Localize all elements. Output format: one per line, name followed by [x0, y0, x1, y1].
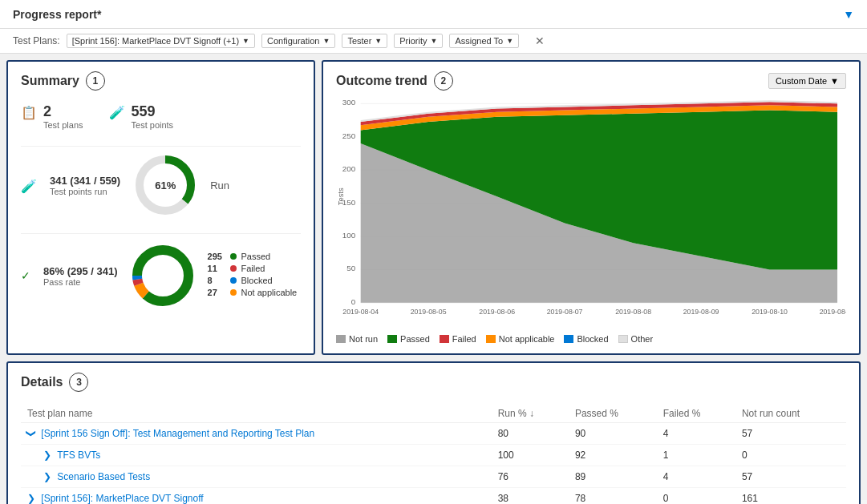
row-2-passed: 89 — [569, 466, 657, 488]
svg-text:2019-08-09: 2019-08-09 — [683, 308, 719, 317]
run-donut-chart: 61% — [133, 153, 197, 217]
not-run-swatch — [336, 335, 346, 343]
not-applicable-swatch — [486, 335, 496, 343]
row-1-name: ❯ TFS BVTs — [21, 445, 492, 466]
blocked-dot — [230, 277, 237, 284]
pass-rate-block: 86% (295 / 341) Pass rate — [43, 265, 118, 287]
row-3-passed: 78 — [569, 488, 657, 505]
details-title: Details — [21, 375, 63, 389]
details-number: 3 — [69, 373, 88, 392]
outcome-trend-panel: Outcome trend 2 Custom Date ▼ 300 250 20… — [322, 60, 861, 355]
test-points-icon: 🧪 — [109, 105, 125, 120]
passed-dot — [230, 253, 237, 260]
col-run-pct: Run % ↓ — [492, 405, 569, 423]
pass-rate-donut — [131, 244, 195, 308]
details-panel: Details 3 Test plan name Run % ↓ Passed … — [6, 361, 861, 504]
row-2-failed: 4 — [657, 466, 735, 488]
filter-icon[interactable]: ▼ — [843, 8, 854, 21]
row-0-run: 80 — [492, 423, 569, 445]
trend-number: 2 — [434, 71, 453, 91]
filter-priority[interactable]: Priority ▼ — [394, 34, 443, 48]
expand-icon[interactable]: ❯ — [27, 493, 35, 504]
table-row: ❯ TFS BVTs 100 92 1 0 — [21, 445, 846, 466]
row-3-name: ❯ [Sprint 156]: MarketPlace DVT Signoff — [21, 488, 492, 505]
chevron-down-icon: ▼ — [506, 37, 513, 45]
chevron-down-icon: ▼ — [322, 37, 330, 45]
filter-tester[interactable]: Tester ▼ — [342, 34, 387, 48]
run-label: 341 (341 / 559) Test points run — [50, 175, 120, 196]
run-icon: 🧪 — [21, 179, 37, 194]
svg-text:300: 300 — [342, 99, 355, 107]
summary-run-section: 🧪 341 (341 / 559) Test points run 61% Ru… — [21, 146, 301, 217]
filter-assigned-to[interactable]: Assigned To ▼ — [449, 34, 519, 48]
legend-blocked: 8 Blocked — [208, 276, 298, 285]
chevron-down-icon: ▼ — [242, 37, 249, 45]
run-percent-label: 61% — [155, 179, 176, 192]
pass-rate-label: Pass rate — [43, 277, 118, 287]
svg-text:100: 100 — [342, 231, 355, 240]
svg-text:2019-08-08: 2019-08-08 — [615, 308, 651, 317]
table-row: ❯ Scenario Based Tests 76 89 4 57 — [21, 466, 846, 488]
passed-swatch — [387, 335, 397, 343]
test-points-metric: 🧪 559 Test points — [109, 103, 174, 130]
run-value: 341 (341 / 559) — [50, 175, 120, 187]
test-points-count: 559 — [132, 103, 174, 120]
row-1-passed: 92 — [569, 445, 657, 466]
col-not-run-count: Not run count — [735, 405, 846, 423]
row-0-name: ❯ [Sprint 156 Sign Off]: Test Management… — [21, 423, 492, 445]
legend-failed: 11 Failed — [208, 264, 298, 273]
details-header: Details 3 — [21, 373, 846, 392]
svg-text:2019-08-04: 2019-08-04 — [342, 308, 379, 317]
svg-text:2019-08-05: 2019-08-05 — [411, 308, 447, 317]
trend-header: Outcome trend 2 Custom Date ▼ — [336, 71, 846, 91]
details-table: Test plan name Run % ↓ Passed % Failed %… — [21, 405, 846, 504]
custom-date-button[interactable]: Custom Date ▼ — [768, 73, 846, 89]
test-plans-metric: 📋 2 Test plans — [21, 103, 83, 130]
trend-title-group: Outcome trend 2 — [336, 71, 453, 91]
trend-title: Outcome trend — [336, 74, 427, 88]
filter-bar-label: Test Plans: — [13, 35, 60, 46]
expand-icon[interactable]: ❯ — [43, 471, 51, 482]
test-points-label: Test points — [132, 120, 174, 130]
expand-icon[interactable]: ❯ — [26, 429, 37, 437]
run-text: Run — [210, 179, 229, 192]
expand-icon[interactable]: ❯ — [43, 450, 51, 461]
pass-rate-value: 86% (295 / 341) — [43, 265, 118, 277]
legend-failed-trend: Failed — [440, 334, 476, 344]
svg-text:200: 200 — [342, 164, 355, 173]
check-icon: ✓ — [21, 269, 30, 282]
test-plans-label: Test plans — [43, 120, 83, 130]
chevron-down-icon: ▼ — [375, 37, 382, 45]
other-swatch — [618, 335, 628, 343]
row-3-run: 38 — [492, 488, 569, 505]
row-3-not-run: 161 — [735, 488, 846, 505]
filter-bar: Test Plans: [Sprint 156]: MarketPlace DV… — [0, 29, 867, 54]
filter-close-button[interactable]: ✕ — [535, 34, 545, 47]
row-1-failed: 1 — [657, 445, 735, 466]
filter-test-plans[interactable]: [Sprint 156]: MarketPlace DVT Signoff (+… — [67, 34, 255, 48]
legend-not-applicable: 27 Not applicable — [208, 288, 298, 297]
legend-not-run: Not run — [336, 334, 378, 344]
legend-blocked-trend: Blocked — [564, 334, 608, 344]
svg-text:2019-08-10: 2019-08-10 — [752, 308, 788, 317]
legend-not-applicable-trend: Not applicable — [486, 334, 555, 344]
outcome-trend-chart: 300 250 200 150 100 50 0 Test — [336, 97, 846, 329]
app-header: Progress report* ▼ — [0, 0, 867, 29]
failed-dot — [230, 265, 237, 272]
summary-top-metrics: 📋 2 Test plans 🧪 559 Test points — [21, 103, 301, 130]
row-0-not-run: 57 — [735, 423, 846, 445]
legend-passed: 295 Passed — [208, 252, 298, 261]
col-passed-pct: Passed % — [569, 405, 657, 423]
table-row: ❯ [Sprint 156 Sign Off]: Test Management… — [21, 423, 846, 445]
row-3-failed: 0 — [657, 488, 735, 505]
row-1-run: 100 — [492, 445, 569, 466]
failed-swatch — [440, 335, 449, 343]
pass-legend: 295 Passed 11 Failed 8 Blocked — [208, 252, 298, 300]
chevron-down-icon: ▼ — [431, 37, 438, 45]
blocked-swatch — [564, 335, 573, 343]
legend-passed-trend: Passed — [387, 334, 430, 344]
svg-text:2019-08-11: 2019-08-11 — [820, 308, 846, 317]
not-applicable-dot — [230, 289, 237, 296]
filter-configuration[interactable]: Configuration ▼ — [261, 34, 335, 48]
svg-text:2019-08-06: 2019-08-06 — [479, 308, 515, 317]
